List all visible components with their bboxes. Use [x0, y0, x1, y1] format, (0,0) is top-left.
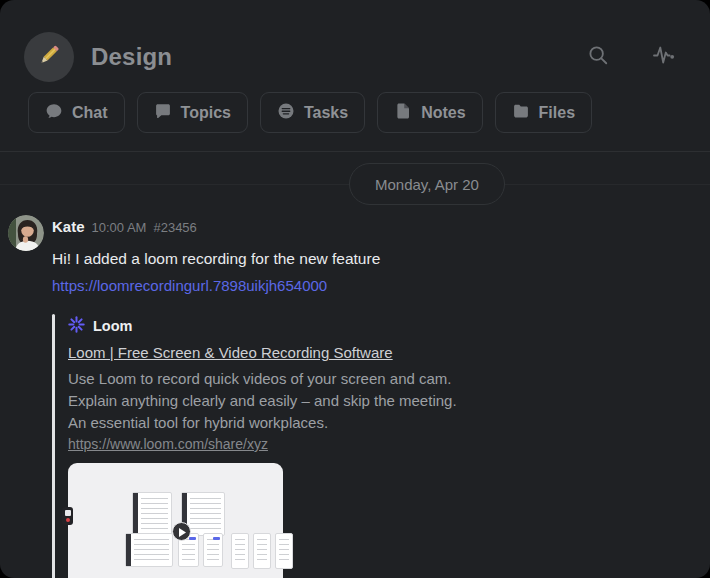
- activity-button[interactable]: [649, 42, 680, 71]
- thumb-window-mockup: [132, 492, 172, 536]
- record-widget-icon: [62, 507, 73, 525]
- author-name: Kate: [52, 218, 85, 236]
- preview-description-line: Explain anything clearly and easily – an…: [68, 390, 512, 412]
- preview-provider-row: Loom: [68, 316, 512, 336]
- thumb-tile-mockup: [231, 533, 249, 569]
- date-pill[interactable]: Monday, Apr 20: [349, 163, 505, 205]
- video-thumbnail[interactable]: [68, 463, 283, 578]
- chat-bubble-icon: [45, 102, 63, 124]
- preview-description: Use Loom to record quick videos of your …: [68, 368, 512, 434]
- screen: Design: [0, 0, 710, 578]
- preview-provider-name: Loom: [93, 318, 132, 334]
- chat-pane: Monday, Apr 20: [0, 163, 710, 578]
- tasks-circle-icon: [277, 102, 295, 124]
- thumb-tile-mockup: [203, 533, 223, 567]
- tab-label: Chat: [72, 104, 108, 122]
- message-body: Kate 10:00 AM #23456 Hi! I added a loom …: [52, 215, 512, 578]
- tab-topics[interactable]: Topics: [137, 92, 248, 133]
- play-icon: [177, 523, 186, 541]
- user-avatar[interactable]: [8, 215, 44, 251]
- thumb-window-mockup: [125, 533, 173, 567]
- tab-files[interactable]: Files: [495, 92, 592, 133]
- preview-description-line: Use Loom to record quick videos of your …: [68, 368, 512, 390]
- message-header: Kate 10:00 AM #23456: [52, 215, 512, 237]
- message: Kate 10:00 AM #23456 Hi! I added a loom …: [0, 215, 710, 578]
- tab-label: Tasks: [304, 104, 348, 122]
- tab-label: Topics: [181, 104, 231, 122]
- message-url-link[interactable]: https://loomrecordingurl.7898uikjh654000: [52, 276, 327, 296]
- channel-window: Design: [0, 0, 710, 578]
- tab-notes[interactable]: Notes: [377, 92, 482, 133]
- note-doc-icon: [394, 102, 412, 124]
- search-button[interactable]: [585, 42, 611, 71]
- activity-icon: [651, 44, 678, 69]
- thumb-tile-mockup: [253, 533, 271, 569]
- tab-label: Files: [539, 104, 575, 122]
- timestamp: 10:00 AM: [92, 219, 147, 237]
- message-id-link[interactable]: #23456: [153, 219, 196, 237]
- play-button[interactable]: [172, 522, 191, 541]
- pencil-icon: [35, 41, 63, 73]
- channel-avatar[interactable]: [24, 32, 74, 82]
- channel-title: Design: [91, 43, 172, 71]
- preview-url-link[interactable]: https://www.loom.com/share/xyz: [68, 435, 268, 453]
- link-preview-card: Loom Loom | Free Screen & Video Recordin…: [52, 312, 512, 578]
- date-divider: Monday, Apr 20: [0, 163, 710, 205]
- tab-tasks[interactable]: Tasks: [260, 92, 365, 133]
- topic-bubble-icon: [154, 102, 172, 124]
- tab-chat[interactable]: Chat: [28, 92, 125, 133]
- preview-title-link[interactable]: Loom | Free Screen & Video Recording Sof…: [68, 344, 393, 362]
- preview-description-line: An essential tool for hybrid workplaces.: [68, 412, 512, 434]
- thumb-tile-mockup: [275, 533, 293, 569]
- tab-bar: Chat Topics: [0, 88, 710, 152]
- header-actions: [585, 42, 680, 71]
- loom-logo-icon: [68, 316, 85, 337]
- message-text: Hi! I added a loom recording for the new…: [52, 249, 512, 269]
- search-icon: [587, 44, 609, 69]
- channel-header: Design: [0, 0, 710, 88]
- tab-label: Notes: [421, 104, 465, 122]
- folder-icon: [512, 102, 530, 124]
